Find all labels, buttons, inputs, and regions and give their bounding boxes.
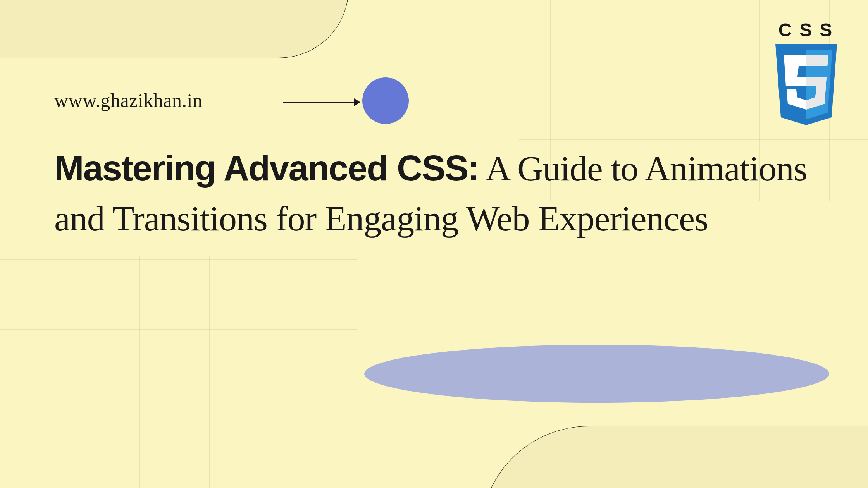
css3-shield-icon <box>768 44 844 129</box>
arrow-icon <box>283 98 360 106</box>
site-url: www.ghazikhan.in <box>54 89 202 112</box>
css3-logo-label: CSS <box>767 19 845 41</box>
decorative-blob-bottom <box>480 426 868 488</box>
decorative-blob-top <box>0 0 349 58</box>
svg-marker-3 <box>806 55 828 66</box>
css3-logo: CSS <box>767 19 845 131</box>
page-title: Mastering Advanced CSS: A Guide to Anima… <box>54 143 814 244</box>
decorative-ellipse <box>364 345 829 403</box>
grid-background-bottom <box>0 256 356 488</box>
title-emphasis: Mastering Advanced CSS: <box>54 148 479 188</box>
decorative-circle <box>362 77 409 124</box>
